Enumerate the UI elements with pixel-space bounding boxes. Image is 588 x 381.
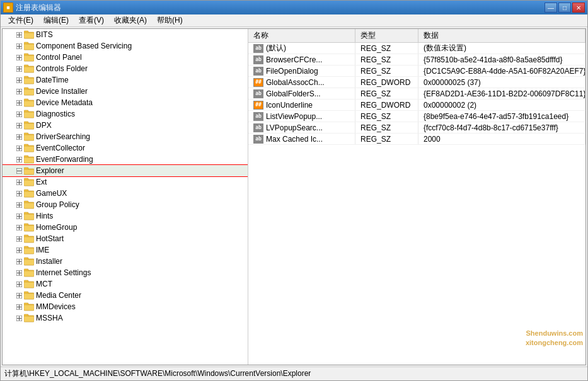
expand-icon[interactable]	[14, 290, 24, 300]
tree-item[interactable]: Controls Folder	[3, 63, 248, 74]
registry-tree[interactable]: BITS Component Based Servicing Control P…	[3, 29, 248, 365]
tree-item[interactable]: Diagnostics	[3, 108, 248, 120]
close-button[interactable]: ✕	[572, 3, 585, 13]
column-headers: 名称 类型 数据	[248, 29, 585, 43]
expand-icon[interactable]	[14, 120, 24, 130]
minimize-button[interactable]: —	[545, 3, 557, 13]
expand-icon[interactable]	[14, 132, 24, 142]
svg-rect-112	[24, 237, 34, 242]
tree-item[interactable]: Media Center	[3, 290, 248, 301]
cell-data: 2000	[418, 134, 585, 144]
tree-item-label: DPX	[36, 121, 52, 130]
table-row[interactable]: abMax Cached Ic...REG_SZ2000	[248, 134, 585, 145]
folder-icon	[24, 257, 34, 266]
folder-icon	[24, 87, 34, 96]
expand-icon[interactable]	[14, 302, 24, 312]
tree-item[interactable]: DriverSearching	[3, 131, 248, 142]
registry-editor-window: ■ 注册表编辑器 — □ ✕ 文件(E) 编辑(E) 查看(V) 收藏夹(A) …	[0, 0, 588, 381]
expand-icon[interactable]	[14, 30, 24, 40]
menu-help[interactable]: 帮助(H)	[152, 14, 188, 27]
menu-file[interactable]: 文件(E)	[3, 14, 38, 27]
expand-icon[interactable]	[14, 98, 24, 108]
table-row[interactable]: abBrowserCFCre...REG_SZ{57f8510b-a5e2-41…	[248, 54, 585, 65]
expand-icon[interactable]	[14, 268, 24, 278]
cell-name-text: BrowserCFCre...	[266, 55, 322, 64]
tree-item[interactable]: GameUX	[3, 188, 248, 199]
menu-favorites[interactable]: 收藏夹(A)	[109, 14, 152, 27]
svg-rect-82	[24, 180, 34, 186]
expand-icon[interactable]	[14, 154, 24, 164]
tree-item[interactable]: Explorer	[3, 165, 248, 176]
tree-item[interactable]: Group Policy	[3, 199, 248, 210]
tree-item[interactable]: Device Metadata	[3, 97, 248, 108]
table-row[interactable]: abFileOpenDialogREG_SZ{DC1C5A9C-E88A-4dd…	[248, 65, 585, 77]
tree-item[interactable]: HotStart	[3, 233, 248, 244]
table-row[interactable]: abListViewPopup...REG_SZ{8be9f5ea-e746-4…	[248, 111, 585, 122]
tree-item[interactable]: MMDevices	[3, 301, 248, 312]
tree-item-label: HotStart	[36, 234, 64, 243]
expand-icon[interactable]	[14, 245, 24, 255]
expand-icon[interactable]	[14, 279, 24, 289]
tree-item[interactable]: HomeGroup	[3, 222, 248, 233]
tree-item[interactable]: Internet Settings	[3, 267, 248, 278]
expand-icon[interactable]	[14, 52, 24, 62]
expand-icon[interactable]	[14, 200, 24, 210]
expand-icon[interactable]	[14, 86, 24, 96]
cell-name-text: ListViewPopup...	[266, 112, 322, 121]
dword-icon: ##	[253, 101, 263, 110]
menu-view[interactable]: 查看(V)	[74, 14, 109, 27]
cell-type: REG_SZ	[355, 134, 418, 144]
registry-values-list[interactable]: ab(默认)REG_SZ(数值未设置)abBrowserCFCre...REG_…	[248, 43, 585, 365]
cell-type: REG_SZ	[355, 65, 418, 76]
expand-icon[interactable]	[14, 313, 24, 323]
expand-icon[interactable]	[14, 75, 24, 85]
expand-icon[interactable]	[14, 222, 24, 232]
title-buttons: — □ ✕	[545, 3, 585, 13]
menu-bar: 文件(E) 编辑(E) 查看(V) 收藏夹(A) 帮助(H)	[1, 14, 587, 27]
column-header-data[interactable]: 数据	[418, 29, 585, 42]
tree-item[interactable]: Control Panel	[3, 52, 248, 63]
table-row[interactable]: ab(默认)REG_SZ(数值未设置)	[248, 43, 585, 54]
tree-item[interactable]: DateTime	[3, 74, 248, 86]
tree-item-label: GameUX	[36, 189, 67, 198]
tree-item[interactable]: EventCollector	[3, 142, 248, 154]
column-header-name[interactable]: 名称	[248, 29, 355, 42]
table-row[interactable]: ##IconUnderlineREG_DWORD0x00000002 (2)	[248, 100, 585, 111]
expand-icon[interactable]	[14, 234, 24, 244]
app-icon: ■	[3, 3, 13, 13]
table-row[interactable]: abLVPopupSearc...REG_SZ{fccf70c8-f4d7-4d…	[248, 122, 585, 134]
expand-icon[interactable]	[14, 109, 24, 119]
window-title: 注册表编辑器	[16, 3, 61, 13]
expand-icon[interactable]	[14, 188, 24, 198]
tree-item[interactable]: Ext	[3, 176, 248, 188]
tree-item[interactable]: DPX	[3, 120, 248, 131]
tree-item[interactable]: BITS	[3, 29, 248, 40]
expand-icon[interactable]	[14, 64, 24, 74]
expand-icon[interactable]	[14, 143, 24, 153]
tree-item[interactable]: MSSHA	[3, 312, 248, 324]
tree-item[interactable]: EventForwarding	[3, 154, 248, 165]
menu-edit[interactable]: 编辑(E)	[38, 14, 74, 27]
tree-item[interactable]: Component Based Servicing	[3, 40, 248, 52]
expand-icon[interactable]	[14, 177, 24, 187]
cell-name: abFileOpenDialog	[248, 65, 355, 76]
table-row[interactable]: abGlobalFolderS...REG_SZ{EF8AD2D1-AE36-1…	[248, 88, 585, 100]
tree-item-label: EventCollector	[36, 144, 85, 152]
expand-icon[interactable]	[14, 211, 24, 221]
column-header-type[interactable]: 类型	[355, 29, 418, 42]
table-row[interactable]: ##GlobalAssocCh...REG_DWORD0x00000025 (3…	[248, 77, 585, 88]
main-content: BITS Component Based Servicing Control P…	[2, 28, 586, 365]
expand-icon[interactable]	[14, 256, 24, 266]
svg-rect-88	[24, 191, 34, 197]
expand-icon[interactable]	[14, 41, 24, 51]
tree-item[interactable]: Device Installer	[3, 86, 248, 97]
tree-item[interactable]: Installer	[3, 256, 248, 267]
tree-item[interactable]: IME	[3, 244, 248, 256]
expand-icon[interactable]	[14, 166, 24, 176]
tree-item[interactable]: MCT	[3, 278, 248, 290]
tree-item-label: HomeGroup	[36, 223, 77, 232]
maximize-button[interactable]: □	[558, 3, 571, 13]
dword-icon: ##	[253, 78, 263, 87]
folder-icon	[24, 144, 34, 152]
tree-item[interactable]: Hints	[3, 210, 248, 222]
